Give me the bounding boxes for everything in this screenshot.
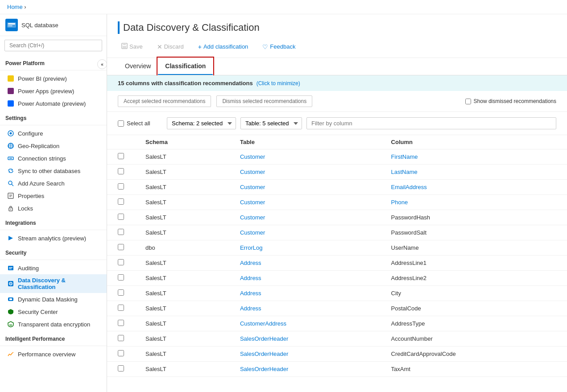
sync-icon	[7, 167, 14, 174]
table-row: SalesLTCustomerLastName	[107, 165, 567, 180]
sidebar-item-data-discovery[interactable]: Data Discovery & Classification	[0, 274, 107, 293]
row-table[interactable]: SalesOrderHeader	[229, 362, 381, 377]
svg-rect-2	[8, 23, 15, 25]
row-checkbox[interactable]	[118, 244, 124, 250]
row-table[interactable]: Customer	[229, 195, 381, 210]
row-table[interactable]: Customer	[229, 210, 381, 225]
sidebar-item-performance-overview[interactable]: Performance overview	[0, 348, 107, 360]
sidebar-item-azure-search[interactable]: Add Azure Search	[0, 177, 107, 190]
row-checkbox[interactable]	[118, 168, 124, 174]
row-checkbox[interactable]	[118, 335, 124, 341]
row-table[interactable]: Customer	[229, 165, 381, 180]
row-checkbox[interactable]	[118, 183, 124, 190]
tab-classification[interactable]: Classification	[158, 58, 213, 75]
table-filter-dropdown[interactable]: Table: 5 selected	[240, 117, 302, 129]
feedback-icon: ♡	[262, 43, 268, 50]
row-column: PasswordHash	[381, 210, 567, 225]
row-checkbox[interactable]	[118, 214, 124, 220]
breadcrumb-home[interactable]: Home	[7, 4, 23, 10]
schema-filter-dropdown[interactable]: Schema: 2 selected	[167, 117, 236, 129]
sidebar-item-label: Properties	[18, 193, 44, 199]
row-checkbox-cell	[107, 256, 135, 271]
sidebar-item-power-apps[interactable]: Power Apps (preview)	[0, 85, 107, 97]
row-schema: SalesLT	[135, 165, 229, 180]
sidebar-item-label: Stream analytics (preview)	[18, 235, 86, 242]
row-column[interactable]: LastName	[381, 165, 567, 180]
save-button[interactable]: Save	[118, 41, 146, 52]
accept-recommendations-button[interactable]: Accept selected recommendations	[118, 95, 211, 107]
row-checkbox[interactable]	[118, 305, 124, 311]
feedback-label: Feedback	[270, 43, 295, 50]
tab-overview[interactable]: Overview	[118, 58, 158, 75]
row-table[interactable]: SalesOrderHeader	[229, 331, 381, 347]
row-checkbox[interactable]	[118, 274, 124, 281]
row-table[interactable]: SalesOrderHeader	[229, 347, 381, 362]
sidebar-item-configure[interactable]: Configure	[0, 127, 107, 140]
sidebar-item-power-automate[interactable]: Power Automate (preview)	[0, 97, 107, 110]
col-header-schema: Schema	[135, 135, 229, 149]
row-column[interactable]: FirstName	[381, 149, 567, 165]
breadcrumb: Home ›	[0, 0, 567, 14]
sidebar-item-label: Transparent data encryption	[18, 321, 90, 328]
row-checkbox[interactable]	[118, 320, 124, 326]
breadcrumb-separator: ›	[24, 4, 26, 10]
row-schema: SalesLT	[135, 362, 229, 377]
row-checkbox[interactable]	[118, 153, 124, 159]
row-checkbox[interactable]	[118, 259, 124, 265]
transparent-encryption-icon	[7, 321, 14, 328]
row-table[interactable]: Customer	[229, 180, 381, 195]
sidebar-item-auditing[interactable]: Auditing	[0, 262, 107, 274]
svg-point-5	[10, 132, 12, 135]
discard-button[interactable]: ✕ Discard	[153, 41, 187, 52]
show-dismissed-checkbox[interactable]	[465, 99, 471, 104]
row-checkbox[interactable]	[118, 289, 124, 296]
row-table[interactable]: CustomerAddress	[229, 316, 381, 331]
row-table[interactable]: Address	[229, 286, 381, 301]
column-filter-input[interactable]	[306, 117, 556, 129]
row-table[interactable]: Address	[229, 271, 381, 286]
dismiss-recommendations-button[interactable]: Dismiss selected recommendations	[216, 95, 312, 107]
sidebar-item-power-bi[interactable]: Power BI (preview)	[0, 72, 107, 85]
sidebar-collapse-btn[interactable]: «	[97, 59, 107, 69]
add-classification-button[interactable]: + Add classification	[195, 41, 252, 52]
svg-rect-1	[7, 22, 16, 28]
show-dismissed-label[interactable]: Show dismissed recommendations	[465, 98, 556, 104]
row-checkbox[interactable]	[118, 229, 124, 235]
row-table[interactable]: Customer	[229, 225, 381, 240]
sidebar-item-dynamic-masking[interactable]: Dynamic Data Masking	[0, 293, 107, 305]
sidebar-item-connection-strings[interactable]: Connection strings	[0, 152, 107, 165]
row-schema: SalesLT	[135, 195, 229, 210]
row-checkbox-cell	[107, 225, 135, 240]
row-table[interactable]: ErrorLog	[229, 240, 381, 256]
sidebar-item-security-center[interactable]: Security Center	[0, 305, 107, 318]
sidebar-item-locks[interactable]: Locks	[0, 202, 107, 215]
svg-point-15	[10, 209, 11, 210]
toolbar: Save ✕ Discard + Add classification ♡ Fe…	[118, 39, 556, 54]
search-input[interactable]	[4, 40, 102, 51]
row-table[interactable]: Address	[229, 301, 381, 316]
feedback-button[interactable]: ♡ Feedback	[259, 41, 299, 52]
sidebar-item-stream-analytics[interactable]: Stream analytics (preview)	[0, 232, 107, 244]
row-table[interactable]: Customer	[229, 149, 381, 165]
row-column[interactable]: EmailAddress	[381, 180, 567, 195]
page-title-text: Data Discovery & Classification	[123, 22, 260, 33]
sidebar-item-properties[interactable]: Properties	[0, 190, 107, 202]
row-checkbox-cell	[107, 347, 135, 362]
save-icon	[121, 43, 128, 50]
row-checkbox[interactable]	[118, 365, 124, 371]
row-checkbox[interactable]	[118, 350, 124, 356]
sidebar-item-label: Auditing	[18, 265, 39, 272]
connection-strings-icon	[7, 155, 14, 162]
row-column[interactable]: Phone	[381, 195, 567, 210]
sidebar-search-area[interactable]	[0, 36, 107, 55]
sidebar-item-geo-replication[interactable]: Geo-Replication	[0, 140, 107, 152]
table-row: SalesLTCustomerPasswordHash	[107, 210, 567, 225]
row-table[interactable]: Address	[229, 256, 381, 271]
select-all-checkbox[interactable]	[118, 120, 124, 127]
row-checkbox[interactable]	[118, 198, 124, 205]
sidebar-item-sync-databases[interactable]: Sync to other databases	[0, 165, 107, 177]
svg-point-8	[8, 181, 12, 185]
sidebar-item-transparent-encryption[interactable]: Transparent data encryption	[0, 318, 107, 330]
recommendations-banner[interactable]: 15 columns with classification recommend…	[107, 75, 567, 91]
select-all-label[interactable]: Select all	[118, 120, 162, 127]
